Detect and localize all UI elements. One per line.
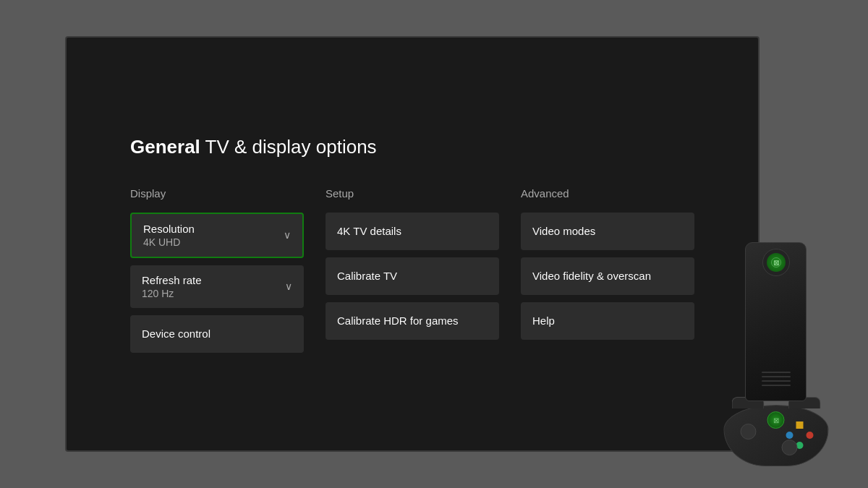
vent-line xyxy=(762,376,791,377)
controller-body: ⊠ xyxy=(723,405,828,466)
controller: ⊠ xyxy=(720,394,832,466)
menu-item-resolution[interactable]: Resolution 4K UHD ∨ xyxy=(130,213,304,258)
xbox-console-decoration: ⊠ ⊠ xyxy=(720,242,832,466)
console-body: ⊠ xyxy=(745,242,807,401)
page-title: General TV & display options xyxy=(130,136,694,158)
menu-item-refresh-rate[interactable]: Refresh rate 120 Hz ∨ xyxy=(130,265,304,308)
menu-item-resolution-label: Resolution xyxy=(143,223,291,235)
menu-item-calibrate-hdr[interactable]: Calibrate HDR for games xyxy=(326,302,499,340)
vent-line xyxy=(762,372,791,373)
menu-item-help[interactable]: Help xyxy=(521,302,694,340)
column-advanced: Advanced Video modes Video fidelity & ov… xyxy=(521,187,694,353)
column-setup: Setup 4K TV details Calibrate TV Calibra… xyxy=(326,187,499,353)
settings-container: General TV & display options Display Res… xyxy=(94,107,731,382)
menu-item-device-control-label: Device control xyxy=(142,328,292,340)
xbox-logo-icon: ⊠ xyxy=(767,253,786,272)
xbox-button[interactable]: ⊠ xyxy=(767,411,785,429)
chevron-down-icon-refresh: ∨ xyxy=(285,281,292,292)
menu-item-video-modes-label: Video modes xyxy=(532,225,683,237)
page-outer: General TV & display options Display Res… xyxy=(0,0,868,488)
menu-item-device-control[interactable]: Device control xyxy=(130,315,304,353)
chevron-down-icon: ∨ xyxy=(284,229,291,241)
columns-container: Display Resolution 4K UHD ∨ Refresh rate… xyxy=(130,187,694,353)
y-button[interactable] xyxy=(796,421,803,429)
column-display: Display Resolution 4K UHD ∨ Refresh rate… xyxy=(130,187,304,353)
menu-item-calibrate-tv[interactable]: Calibrate TV xyxy=(326,257,499,295)
page-title-bold: General xyxy=(130,136,200,158)
menu-item-video-modes[interactable]: Video modes xyxy=(521,213,694,250)
vent-line xyxy=(762,385,791,386)
svg-text:⊠: ⊠ xyxy=(773,259,779,267)
menu-item-refresh-rate-label: Refresh rate xyxy=(142,274,292,286)
menu-item-refresh-rate-value: 120 Hz xyxy=(142,288,292,299)
menu-item-video-fidelity[interactable]: Video fidelity & overscan xyxy=(521,257,694,295)
xbox-x-svg: ⊠ xyxy=(771,257,781,267)
column-header-setup: Setup xyxy=(326,187,499,200)
menu-item-4k-tv-details[interactable]: 4K TV details xyxy=(326,213,499,250)
left-thumbstick[interactable] xyxy=(740,424,756,440)
b-button[interactable] xyxy=(806,432,813,439)
vent-line xyxy=(762,380,791,382)
column-header-advanced: Advanced xyxy=(521,187,694,200)
menu-item-video-fidelity-label: Video fidelity & overscan xyxy=(532,270,683,282)
xbox-button-icon: ⊠ xyxy=(773,416,779,424)
console-vents xyxy=(762,372,791,386)
menu-item-help-label: Help xyxy=(532,314,683,327)
x-button[interactable] xyxy=(786,432,793,439)
menu-item-resolution-value: 4K UHD xyxy=(143,236,291,248)
menu-item-calibrate-tv-label: Calibrate TV xyxy=(337,270,488,282)
column-header-display: Display xyxy=(130,187,304,200)
tv-screen: General TV & display options Display Res… xyxy=(65,36,760,452)
console-logo-circle: ⊠ xyxy=(762,249,790,276)
page-title-rest: TV & display options xyxy=(200,136,377,158)
menu-item-4k-tv-details-label: 4K TV details xyxy=(337,225,488,237)
right-thumbstick[interactable] xyxy=(781,440,797,455)
menu-item-calibrate-hdr-label: Calibrate HDR for games xyxy=(337,314,488,327)
